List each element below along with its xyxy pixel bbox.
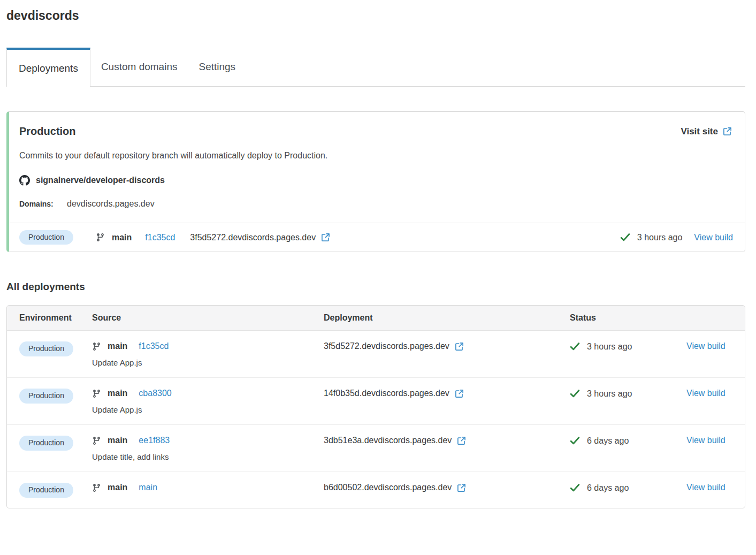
deployment-time: 3 hours ago [637,233,683,242]
deployment-url-link[interactable]: 3f5d5272.devdiscords.pages.dev [190,233,330,242]
deployment-time: 6 days ago [587,436,629,446]
branch-name: main [112,233,132,242]
deployment-url-link[interactable]: 3f5d5272.devdiscords.pages.dev [324,341,464,351]
view-build-link[interactable]: View build [686,341,726,351]
view-build-link[interactable]: View build [686,436,726,445]
success-check-icon [570,483,580,493]
production-deployment-row: Production main f1c35cd 3f5d5272.devdisc… [9,223,745,252]
commit-link[interactable]: main [139,483,157,492]
view-build-link[interactable]: View build [686,389,726,398]
commit-message: Update App.js [92,405,324,414]
table-row: Production main main b6d00502.devdiscord… [7,472,745,507]
commit-link[interactable]: f1c35cd [145,233,175,242]
tab-label: Deployments [19,63,78,74]
github-icon [19,175,30,186]
environment-badge: Production [19,483,73,497]
view-build-link[interactable]: View build [686,483,726,492]
git-branch-icon [92,342,101,351]
success-check-icon [570,389,580,399]
environment-badge: Production [19,389,73,403]
success-check-icon [570,436,580,446]
visit-site-link[interactable]: Visit site [681,126,732,137]
deployment-url-link[interactable]: 3db51e3a.devdiscords.pages.dev [324,436,466,445]
external-link-icon [455,389,464,398]
deployments-table: Environment Source Deployment Status Pro… [6,305,745,508]
commit-link[interactable]: ee1f883 [139,436,170,445]
deployment-url: 3f5d5272.devdiscords.pages.dev [324,341,449,351]
deployment-status: 3 hours ago [570,389,632,399]
deployment-url: b6d00502.devdiscords.pages.dev [324,483,452,492]
production-card: Production Visit site Commits to your de… [6,111,745,252]
branch-name: main [108,341,127,351]
deployment-status: 3 hours ago [620,232,683,242]
production-card-title: Production [19,125,76,138]
deployment-time: 3 hours ago [587,389,632,399]
pages-project-page: devdiscords Deployments Custom domains S… [0,0,756,508]
tab-label: Custom domains [101,61,178,73]
deployment-url-link[interactable]: b6d00502.devdiscords.pages.dev [324,483,466,492]
repository-name: signalnerve/developer-discords [36,176,165,185]
external-link-icon [457,436,466,445]
domains-value: devdiscords.pages.dev [67,199,155,209]
git-branch-icon [96,233,105,242]
page-title: devdiscords [6,9,745,23]
view-build-link[interactable]: View build [694,233,733,242]
table-row: Production main f1c35cd Update App.js 3f… [7,331,745,378]
tab-settings[interactable]: Settings [188,48,246,86]
git-branch-icon [92,483,101,492]
external-link-icon [455,342,464,351]
commit-link[interactable]: f1c35cd [139,341,169,351]
success-check-icon [620,232,630,242]
column-header-status: Status [570,313,686,323]
table-row: Production main cba8300 Update App.js 14… [7,378,745,425]
success-check-icon [570,341,580,352]
deployment-url: 14f0b35d.devdiscords.pages.dev [324,389,449,398]
deployment-url: 3f5d5272.devdiscords.pages.dev [190,233,316,242]
tab-deployments[interactable]: Deployments [6,48,90,87]
column-header-deployment: Deployment [324,313,570,323]
domains-label: Domains: [19,200,67,208]
deployment-time: 3 hours ago [587,342,632,352]
branch-name: main [108,483,127,492]
environment-badge: Production [19,230,73,245]
deployment-url-link[interactable]: 14f0b35d.devdiscords.pages.dev [324,389,464,398]
external-link-icon [321,233,330,242]
deployment-time: 6 days ago [587,483,629,493]
deployment-status: 3 hours ago [570,341,632,352]
all-deployments-heading: All deployments [6,281,745,293]
commit-message: Update title, add links [92,452,324,461]
tab-label: Settings [198,61,235,73]
git-branch-icon [92,389,101,398]
deployment-status: 6 days ago [570,436,629,446]
tab-custom-domains[interactable]: Custom domains [90,48,188,86]
column-header-environment: Environment [19,313,92,323]
external-link-icon [457,483,466,492]
branch-name: main [108,436,127,445]
deployment-status: 6 days ago [570,483,629,493]
table-row: Production main ee1f883 Update title, ad… [7,425,745,472]
visit-site-label: Visit site [681,126,718,137]
external-link-icon [723,127,732,136]
environment-badge: Production [19,341,73,356]
table-header: Environment Source Deployment Status [7,306,745,331]
branch-name: main [108,389,127,398]
git-branch-icon [92,436,101,445]
column-header-source: Source [92,313,324,323]
commit-link[interactable]: cba8300 [139,389,171,398]
tab-bar: Deployments Custom domains Settings [6,48,745,87]
production-description: Commits to your default repository branc… [19,151,732,161]
environment-badge: Production [19,436,73,450]
commit-message: Update App.js [92,358,324,367]
deployment-url: 3db51e3a.devdiscords.pages.dev [324,436,452,445]
